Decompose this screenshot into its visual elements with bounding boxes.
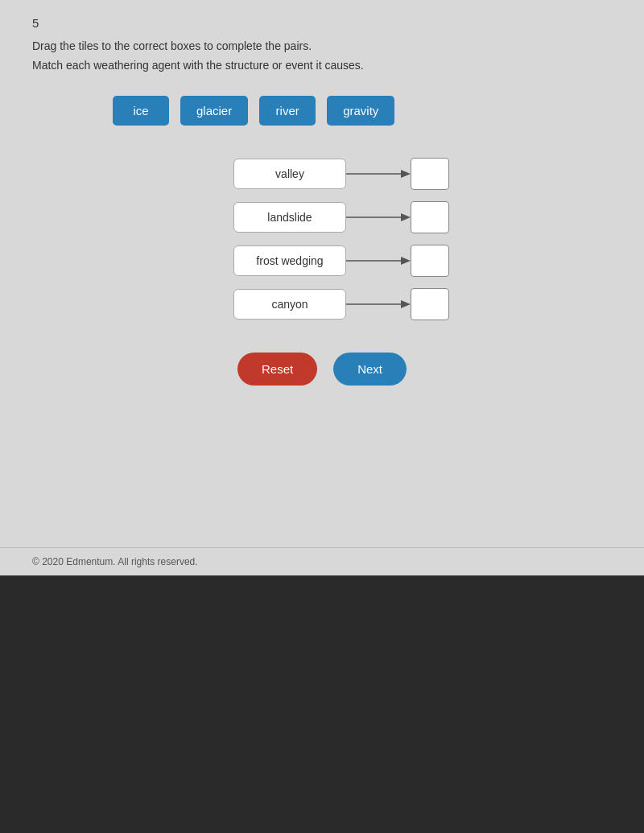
- tile-gravity[interactable]: gravity: [327, 96, 394, 126]
- svg-marker-5: [401, 257, 411, 265]
- svg-marker-1: [401, 170, 411, 178]
- tiles-row: ice glacier river gravity: [32, 96, 612, 126]
- content-area: 5 Drag the tiles to the correct boxes to…: [0, 0, 644, 547]
- match-label-valley: valley: [233, 159, 346, 189]
- svg-marker-7: [401, 300, 411, 308]
- match-row-valley: valley: [233, 158, 449, 190]
- match-row-canyon: canyon: [233, 288, 449, 320]
- arrow-valley: [346, 166, 411, 182]
- arrow-landslide: [346, 209, 411, 225]
- tile-river[interactable]: river: [259, 96, 316, 126]
- match-row-landslide: landslide: [233, 201, 449, 233]
- svg-marker-3: [401, 213, 411, 221]
- next-button[interactable]: Next: [333, 353, 407, 386]
- footer: © 2020 Edmentum. All rights reserved.: [0, 547, 644, 575]
- question-number: 5: [32, 16, 612, 30]
- match-label-landslide: landslide: [233, 202, 346, 233]
- tile-glacier[interactable]: glacier: [180, 96, 248, 126]
- drop-box-valley[interactable]: [411, 158, 449, 190]
- instruction-line2: Match each weathering agent with the str…: [32, 59, 612, 72]
- arrow-canyon: [346, 296, 411, 312]
- drop-box-frost-wedging[interactable]: [411, 245, 449, 277]
- copyright-text: © 2020 Edmentum. All rights reserved.: [32, 556, 198, 567]
- match-label-frost-wedging: frost wedging: [233, 245, 346, 276]
- matching-area: valley landslide: [32, 158, 612, 320]
- drop-box-landslide[interactable]: [411, 201, 449, 233]
- match-row-frost-wedging: frost wedging: [233, 245, 449, 277]
- buttons-row: Reset Next: [32, 353, 612, 386]
- match-label-canyon: canyon: [233, 289, 346, 320]
- instruction-line1: Drag the tiles to the correct boxes to c…: [32, 39, 612, 52]
- screen: 5 Drag the tiles to the correct boxes to…: [0, 0, 644, 833]
- dark-bottom: [0, 575, 644, 833]
- tile-ice[interactable]: ice: [113, 96, 169, 126]
- arrow-frost-wedging: [346, 253, 411, 269]
- drop-box-canyon[interactable]: [411, 288, 449, 320]
- reset-button[interactable]: Reset: [237, 353, 317, 386]
